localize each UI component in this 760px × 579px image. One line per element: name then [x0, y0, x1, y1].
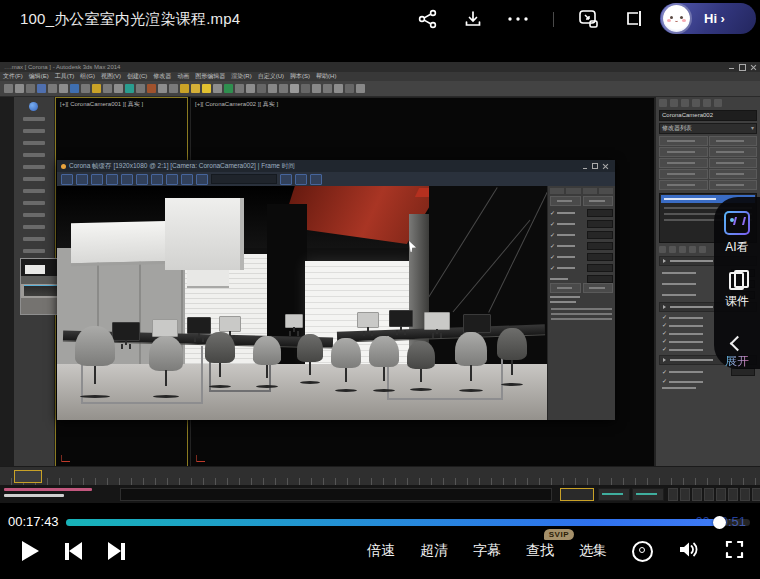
record-icon[interactable]: [632, 541, 653, 562]
max-timeline: [0, 466, 760, 485]
status-highlight-field: [560, 488, 594, 501]
top-bar-actions: [417, 0, 644, 38]
video-frame[interactable]: ….max [ Corona ] - Autodesk 3ds Max 2014…: [0, 62, 760, 503]
scene-monitor: [463, 314, 491, 333]
viewport2-label: [+][ CoronaCamera002 ][ 真实 ]: [195, 100, 278, 109]
vfb-title-bar: Corona 帧缓存 [1920x1080 @ 2:1] [Camera: Co…: [57, 160, 615, 172]
scene-ceiling-box: [71, 221, 176, 267]
axis-gizmo: [196, 454, 206, 462]
vfb-toolbar: [57, 172, 615, 187]
vfb-title-text: Corona 帧缓存 [1920x1080 @ 2:1] [Camera: Co…: [69, 162, 295, 171]
avatar: [663, 5, 690, 32]
more-icon[interactable]: [507, 16, 529, 22]
scene-chair: [369, 336, 399, 392]
search-button[interactable]: 查找SVIP: [526, 542, 554, 560]
progress-knob[interactable]: [713, 516, 726, 529]
scene-chair: [205, 332, 235, 388]
episodes-button[interactable]: 选集: [579, 542, 607, 560]
scene-monitor: [285, 314, 303, 328]
secondary-controls: 倍速 超清 字幕 查找SVIP 选集: [367, 540, 744, 563]
ai-watch-icon: [724, 211, 750, 235]
scene-chair: [297, 334, 323, 384]
chevron-left-icon: [729, 336, 745, 352]
max-status-bar: [0, 485, 760, 503]
scene-chair: [497, 328, 527, 386]
assistant-avatar-pill[interactable]: Hi ›: [660, 3, 756, 34]
scene-chair: [455, 332, 487, 392]
max-menu-bar: 文件(F)编辑(E)工具(T)组(G)视图(V)创建(C)修改器动画图形编辑器渲…: [0, 72, 760, 81]
snap-toggle-icons: [668, 488, 760, 501]
pip-icon[interactable]: [578, 9, 600, 29]
transport-controls: [22, 541, 125, 561]
vfb-window-controls: [583, 163, 607, 169]
scene-monitor: [389, 310, 413, 327]
button-grid: [659, 136, 757, 190]
scene-monitor: [219, 316, 241, 332]
top-bar: 100_办公室室内光渲染课程.mp4 Hi ›: [0, 0, 760, 38]
time-slider: [14, 470, 42, 483]
scene-vent: [187, 270, 229, 288]
scene-monitor: [112, 322, 140, 341]
subtitle-button[interactable]: 字幕: [473, 542, 501, 560]
progress-fill: [66, 519, 723, 526]
video-title: 100_办公室室内光渲染课程.mp4: [20, 10, 240, 29]
play-icon[interactable]: [22, 541, 39, 561]
status-chip: [598, 488, 630, 501]
scene-ceiling-volume: [165, 198, 244, 270]
courseware-label: 课件: [725, 293, 749, 310]
courseware-icon: [727, 269, 747, 289]
quality-button[interactable]: 超清: [420, 542, 448, 560]
previous-icon[interactable]: [65, 542, 82, 560]
maxscript-mini-listener: [4, 488, 92, 497]
scene-chair: [253, 336, 281, 388]
vfb-note-text: [550, 308, 613, 320]
next-icon[interactable]: [108, 542, 125, 560]
volume-icon[interactable]: [678, 540, 700, 563]
app-logo-icon: [29, 102, 38, 111]
render-image: [57, 186, 547, 420]
share-icon[interactable]: [417, 9, 439, 29]
avatar-greeting: Hi ›: [704, 11, 725, 26]
speed-button[interactable]: 倍速: [367, 542, 395, 560]
ai-watch-button[interactable]: AI看: [724, 211, 750, 256]
window-controls: [729, 64, 756, 71]
expand-label: 展开: [725, 353, 749, 370]
courseware-button[interactable]: 课件: [725, 269, 749, 310]
max-title-bar: ….max [ Corona ] - Autodesk 3ds Max 2014: [0, 62, 760, 72]
command-panel-tabs: [659, 99, 757, 107]
modifier-list-dropdown: 修改器列表▾: [659, 123, 757, 134]
scene-chair: [75, 326, 115, 398]
expand-button[interactable]: 展开: [725, 336, 749, 370]
vfb-settings-panel: ✓ ✓ ✓ ✓ ✓ ✓: [547, 186, 615, 420]
cast-icon[interactable]: [624, 9, 644, 29]
player-controls: 倍速 超清 字幕 查找SVIP 选集: [0, 523, 760, 579]
fullscreen-icon[interactable]: [725, 540, 744, 563]
scene-monitor: [357, 312, 379, 328]
ai-watch-label: AI看: [725, 239, 748, 256]
scene-monitor: [152, 319, 178, 337]
max-title-text: ….max [ Corona ] - Autodesk 3ds Max 2014: [4, 64, 120, 70]
scene-chair: [407, 341, 435, 391]
scene-monitor: [424, 312, 450, 330]
axis-gizmo: [61, 454, 71, 462]
max-toolbar: [0, 81, 760, 97]
status-chip: [632, 488, 664, 501]
scene-chair: [331, 338, 361, 392]
progress-bar[interactable]: [66, 519, 750, 526]
download-icon[interactable]: [463, 9, 483, 29]
divider: [553, 12, 554, 27]
viewport1-label: [+][ CoronaCamera001 ][ 真实 ]: [60, 100, 143, 109]
vfb-render-stop-buttons: [550, 196, 613, 206]
svip-badge: SVIP: [544, 529, 574, 540]
current-time: 00:17:43: [8, 514, 59, 529]
player-window: 100_办公室室内光渲染课程.mp4 Hi › ….max [ Corona ]…: [0, 0, 760, 579]
corona-icon: [61, 164, 66, 169]
side-tool-pill: AI看 课件 展开: [714, 197, 760, 369]
dock-strip: [0, 97, 14, 467]
scene-chair: [149, 336, 183, 398]
corona-vfb-window: Corona 帧缓存 [1920x1080 @ 2:1] [Camera: Co…: [57, 160, 615, 420]
status-prompt-field: [120, 488, 552, 501]
object-name-field: CoronaCamera002: [659, 110, 757, 121]
